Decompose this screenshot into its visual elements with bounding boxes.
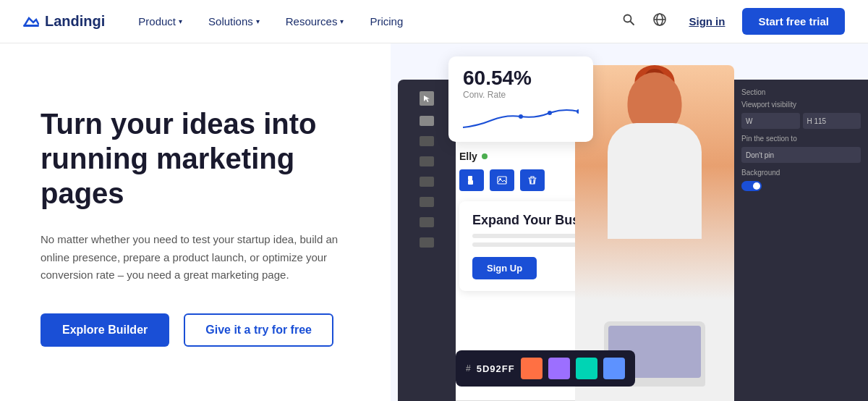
right-settings-panel: Section Viewport visibility W H 115 Pin … xyxy=(734,80,868,401)
nav-right: Sign in Start free trial xyxy=(618,8,845,35)
tool-code-icon xyxy=(420,237,434,248)
conv-percent-value: 60.54% xyxy=(463,67,579,90)
chevron-down-icon: ▾ xyxy=(179,17,182,25)
svg-point-8 xyxy=(576,109,579,114)
chevron-down-icon: ▾ xyxy=(340,17,344,25)
nav-item-solutions[interactable]: Solutions ▾ xyxy=(195,9,273,33)
search-button[interactable] xyxy=(618,9,639,34)
panel-bg-toggle-row xyxy=(741,181,861,191)
editor-btn-bold[interactable] xyxy=(459,169,484,191)
panel-width-field[interactable]: W xyxy=(741,113,800,129)
tool-text-icon xyxy=(420,116,434,126)
svg-rect-9 xyxy=(468,176,472,180)
hero-subtext: No matter whether you need to test your … xyxy=(41,231,344,284)
purple-swatch[interactable] xyxy=(548,358,570,379)
globe-button[interactable] xyxy=(648,8,671,35)
panel-section-label: Section xyxy=(741,88,861,96)
panel-pin-label: Pin the section to xyxy=(741,135,861,143)
panel-height-field[interactable]: H 115 xyxy=(803,113,861,129)
tool-grid-icon xyxy=(420,197,434,207)
start-trial-button[interactable]: Start free trial xyxy=(742,8,845,35)
hero-right: 60.54% Conv. Rate xyxy=(391,43,868,401)
elly-name: Elly xyxy=(459,151,477,162)
sign-in-button[interactable]: Sign in xyxy=(680,9,733,33)
nav-menu: Product ▾ Solutions ▾ Resources ▾ Pricin… xyxy=(125,9,416,33)
elly-status-dot xyxy=(482,153,488,159)
nav-item-resources[interactable]: Resources ▾ xyxy=(273,9,357,33)
bg-toggle[interactable] xyxy=(741,181,762,191)
editor-btn-delete[interactable] xyxy=(520,169,545,191)
logo-icon xyxy=(23,15,39,28)
signup-button[interactable]: Sign Up xyxy=(472,257,537,279)
tool-layout-icon xyxy=(420,136,434,146)
teal-swatch[interactable] xyxy=(576,358,597,379)
hero-heading: Turn your ideas into running marketing p… xyxy=(41,106,356,211)
woman-body xyxy=(608,123,702,239)
blue-swatch[interactable] xyxy=(603,358,625,379)
hero-section: Turn your ideas into running marketing p… xyxy=(0,43,868,401)
globe-icon xyxy=(652,12,667,27)
svg-rect-0 xyxy=(23,25,39,27)
hash-symbol: # xyxy=(466,363,471,373)
hero-left: Turn your ideas into running marketing p… xyxy=(0,43,391,401)
hex-color-value: 5D92FF xyxy=(477,363,515,374)
logo[interactable]: Landingi xyxy=(23,13,105,30)
editor-tools xyxy=(398,80,456,248)
panel-pin-row: Don't pin xyxy=(741,147,861,163)
nav-left: Landingi Product ▾ Solutions ▾ Resources… xyxy=(23,9,416,33)
tool-settings-icon xyxy=(420,217,434,227)
conversion-card: 60.54% Conv. Rate xyxy=(448,56,593,142)
svg-point-7 xyxy=(548,111,552,115)
panel-viewport-label: Viewport visibility xyxy=(741,101,861,109)
svg-point-6 xyxy=(519,114,523,119)
logo-text: Landingi xyxy=(45,13,105,30)
nav-item-product[interactable]: Product ▾ xyxy=(125,9,195,33)
orange-swatch[interactable] xyxy=(521,358,542,379)
svg-rect-10 xyxy=(468,180,473,185)
editor-toolbar-panel xyxy=(398,80,456,401)
tool-image-icon xyxy=(420,156,434,166)
tool-cursor-icon xyxy=(420,91,434,106)
navbar: Landingi Product ▾ Solutions ▾ Resources… xyxy=(0,0,868,43)
svg-rect-11 xyxy=(498,177,506,184)
panel-pin-value[interactable]: Don't pin xyxy=(741,147,861,163)
tool-shape-icon xyxy=(420,177,434,187)
search-icon xyxy=(622,13,635,26)
panel-bg-label: Background xyxy=(741,169,861,177)
editor-btn-image[interactable] xyxy=(490,169,514,191)
hero-buttons: Explore Builder Give it a try for free xyxy=(41,313,356,347)
chevron-down-icon: ▾ xyxy=(256,17,260,25)
try-free-button[interactable]: Give it a try for free xyxy=(184,313,333,347)
nav-item-pricing[interactable]: Pricing xyxy=(357,9,416,33)
panel-dimensions-row: W H 115 xyxy=(741,113,861,129)
conv-chart xyxy=(463,106,579,135)
color-palette: # 5D92FF xyxy=(456,350,635,387)
explore-builder-button[interactable]: Explore Builder xyxy=(41,313,169,347)
svg-line-2 xyxy=(631,22,634,25)
conv-label: Conv. Rate xyxy=(463,90,579,100)
